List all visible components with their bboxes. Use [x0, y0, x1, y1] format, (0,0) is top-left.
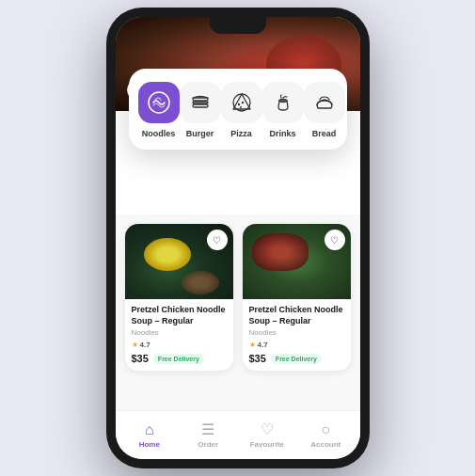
- home-icon: ⌂: [145, 422, 154, 437]
- svg-point-5: [237, 103, 239, 105]
- order-label: Order: [198, 440, 218, 449]
- food-info-1: Pretzel Chicken Noodle Soup – Regular No…: [125, 299, 233, 371]
- category-burger[interactable]: Burger: [180, 82, 221, 138]
- category-noodles[interactable]: Noodles: [138, 82, 180, 138]
- favourite-button-2[interactable]: ♡: [325, 230, 345, 250]
- phone-screen: Claim Voucher Noodles: [116, 17, 360, 459]
- star-icon-1: ★: [132, 341, 138, 349]
- notch: [210, 17, 266, 34]
- food-price-row-2: $35 Free Delivery: [249, 353, 344, 364]
- home-label: Home: [139, 440, 160, 449]
- food-grid: ♡ Pretzel Chicken Noodle Soup – Regular …: [125, 224, 351, 371]
- svg-rect-2: [193, 102, 208, 103]
- free-delivery-badge-1: Free Delivery: [153, 354, 204, 364]
- nav-favourite[interactable]: ♡ Favourite: [246, 422, 288, 449]
- drinks-label: Drinks: [269, 129, 295, 138]
- food-category-2: Noodles: [249, 328, 344, 337]
- burger-icon-wrap: [180, 82, 221, 123]
- bottom-nav: ⌂ Home ☰ Order ♡ Favourite ○ Account: [116, 410, 360, 459]
- food-card-1[interactable]: ♡ Pretzel Chicken Noodle Soup – Regular …: [125, 224, 233, 371]
- food-image-2: ♡: [243, 224, 351, 299]
- phone-frame: Claim Voucher Noodles: [106, 8, 370, 468]
- phone-wrapper: Claim Voucher Noodles: [106, 8, 370, 468]
- order-icon: ☰: [201, 422, 214, 437]
- account-label: Account: [310, 440, 340, 449]
- category-drinks[interactable]: Drinks: [262, 82, 304, 138]
- category-card: Noodles Burger: [129, 69, 347, 150]
- bread-icon-wrap: [304, 82, 345, 123]
- account-icon: ○: [321, 422, 330, 437]
- heart-icon: ♡: [261, 422, 274, 437]
- food-price-1: $35: [132, 353, 149, 364]
- food-price-2: $35: [249, 353, 266, 364]
- favourite-label: Favourite: [250, 440, 284, 449]
- star-icon-2: ★: [249, 341, 256, 349]
- category-pizza[interactable]: Pizza: [221, 82, 262, 138]
- pizza-icon-wrap: [221, 82, 262, 123]
- nav-home[interactable]: ⌂ Home: [129, 422, 170, 449]
- category-bread[interactable]: Bread: [304, 82, 345, 138]
- food-name-1: Pretzel Chicken Noodle Soup – Regular: [132, 305, 227, 326]
- favourite-button-1[interactable]: ♡: [207, 230, 228, 250]
- food-name-2: Pretzel Chicken Noodle Soup – Regular: [249, 305, 344, 326]
- nav-order[interactable]: ☰ Order: [187, 422, 229, 449]
- content-area: ♡ Pretzel Chicken Noodle Soup – Regular …: [116, 214, 360, 410]
- food-image-1: ♡: [125, 224, 233, 299]
- burger-label: Burger: [186, 129, 214, 138]
- food-rating-2: ★ 4.7: [249, 341, 344, 349]
- drinks-icon: [271, 90, 295, 115]
- noodles-icon: [147, 90, 171, 115]
- food-category-1: Noodles: [132, 328, 227, 337]
- food-card-2[interactable]: ♡ Pretzel Chicken Noodle Soup – Regular …: [243, 224, 351, 371]
- food-info-2: Pretzel Chicken Noodle Soup – Regular No…: [243, 299, 351, 371]
- svg-point-7: [240, 106, 242, 108]
- free-delivery-badge-2: Free Delivery: [271, 354, 322, 364]
- food-price-row-1: $35 Free Delivery: [132, 353, 227, 364]
- noodles-label: Noodles: [142, 129, 176, 138]
- nav-account[interactable]: ○ Account: [305, 422, 346, 449]
- bread-label: Bread: [312, 129, 337, 138]
- rating-value-2: 4.7: [258, 341, 268, 349]
- burger-icon: [188, 90, 213, 115]
- svg-point-6: [241, 102, 243, 103]
- pizza-label: Pizza: [230, 129, 252, 138]
- bread-icon: [312, 90, 337, 115]
- food-rating-1: ★ 4.7: [132, 341, 227, 349]
- drinks-icon-wrap: [262, 82, 304, 123]
- svg-rect-3: [193, 104, 208, 107]
- svg-rect-1: [193, 98, 208, 101]
- noodles-icon-wrap: [138, 82, 180, 123]
- rating-value-1: 4.7: [140, 341, 150, 349]
- pizza-icon: [230, 90, 254, 115]
